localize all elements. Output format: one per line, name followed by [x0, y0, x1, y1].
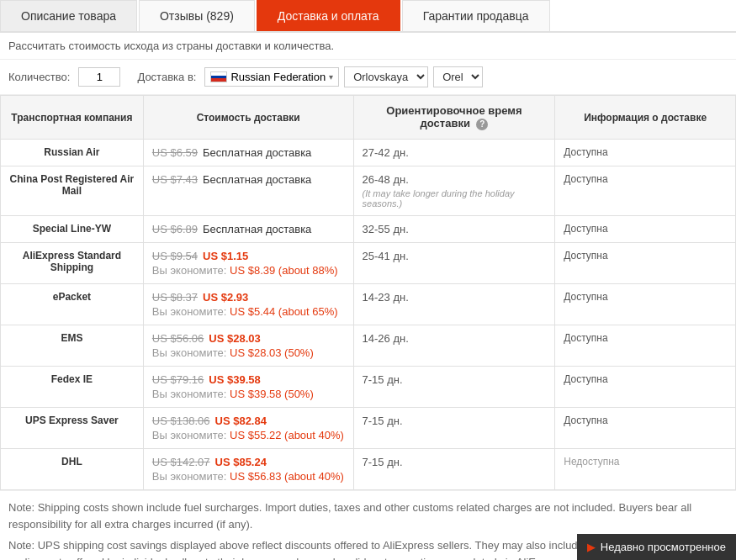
table-row: AliExpress Standard ShippingUS $9.54US $…	[1, 243, 736, 284]
carrier-time: 14-23 дн.	[353, 284, 555, 325]
main-container: Описание товара Отзывы (829) Доставка и …	[0, 0, 736, 560]
sale-price: US $1.15	[203, 250, 248, 262]
country-select[interactable]: Russian Federation ▾	[204, 67, 339, 87]
original-price: US $6.59	[152, 146, 198, 159]
savings-text: Вы экономите: US $5.44 (about 65%)	[152, 305, 345, 318]
carrier-availability: Доступна	[555, 408, 736, 449]
free-shipping-label: Бесплатная доставка	[203, 173, 311, 186]
savings-text: Вы экономите: US $55.22 (about 40%)	[152, 429, 345, 441]
savings-text: Вы экономите: US $39.58 (50%)	[152, 388, 345, 400]
shipping-table: Транспортная компания Стоимость доставки…	[0, 95, 736, 490]
country-name: Russian Federation	[230, 71, 326, 83]
savings-text: Вы экономите: US $28.03 (50%)	[152, 346, 345, 359]
carrier-name: AliExpress Standard Shipping	[1, 243, 144, 284]
carrier-name: Fedex IE	[1, 367, 144, 408]
original-price: US $79.16	[152, 373, 204, 386]
carrier-time: 7-15 дн.	[353, 408, 555, 449]
original-price: US $8.37	[152, 291, 198, 304]
carrier-name: Special Line-YW	[1, 216, 144, 243]
carrier-time: 7-15 дн.	[353, 449, 555, 490]
original-price: US $6.89	[152, 223, 198, 235]
original-price: US $138.06	[152, 415, 210, 427]
table-row: DHLUS $142.07US $85.24Вы экономите: US $…	[1, 449, 736, 490]
carrier-availability: Доступна	[555, 166, 736, 216]
carrier-cost: US $6.89Бесплатная доставка	[143, 216, 353, 243]
carrier-time: 25-41 дн.	[353, 243, 555, 284]
carrier-cost: US $138.06US $82.84Вы экономите: US $55.…	[143, 408, 353, 449]
original-price: US $56.06	[152, 332, 204, 345]
table-row: ePacketUS $8.37US $2.93Вы экономите: US …	[1, 284, 736, 325]
tab-delivery[interactable]: Доставка и оплата	[257, 0, 400, 31]
header-cost: Стоимость доставки	[143, 96, 353, 140]
recently-viewed-label: Недавно просмотренное	[601, 541, 726, 553]
quantity-label: Количество:	[8, 71, 70, 83]
table-row: Fedex IEUS $79.16US $39.58Вы экономите: …	[1, 367, 736, 408]
header-info: Информация о доставке	[555, 96, 736, 140]
carrier-cost: US $9.54US $1.15Вы экономите: US $8.39 (…	[143, 243, 353, 284]
rv-icon: ▶	[587, 541, 596, 553]
filter-row: Количество: Доставка в: Russian Federati…	[0, 60, 736, 95]
original-price: US $7.43	[152, 173, 198, 186]
sale-price: US $28.03	[209, 332, 260, 345]
carrier-cost: US $56.06US $28.03Вы экономите: US $28.0…	[143, 325, 353, 367]
delivery-label: Доставка в:	[137, 71, 196, 83]
carrier-availability: Доступна	[555, 284, 736, 325]
original-price: US $9.54	[152, 250, 198, 262]
region-select[interactable]: Orlovskaya	[344, 66, 428, 87]
free-shipping-label: Бесплатная доставка	[203, 223, 311, 235]
location-selects: Russian Federation ▾ Orlovskaya Orel	[204, 66, 483, 87]
country-arrow: ▾	[329, 72, 333, 82]
carrier-availability: Доступна	[555, 140, 736, 166]
table-row: UPS Express SaverUS $138.06US $82.84Вы э…	[1, 408, 736, 449]
carrier-availability: Доступна	[555, 216, 736, 243]
carrier-name: Russian Air	[1, 140, 144, 166]
savings-text: Вы экономите: US $8.39 (about 88%)	[152, 264, 345, 277]
recently-viewed-badge[interactable]: ▶ Недавно просмотренное	[577, 534, 736, 560]
carrier-cost: US $6.59Бесплатная доставка	[143, 140, 353, 166]
savings-text: Вы экономите: US $56.83 (about 40%)	[152, 470, 345, 483]
free-shipping-label: Бесплатная доставка	[203, 146, 311, 159]
calc-description: Рассчитать стоимость исхода из страны до…	[0, 33, 736, 60]
carrier-availability: Недоступна	[555, 449, 736, 490]
tab-description[interactable]: Описание товара	[0, 0, 137, 31]
tab-reviews[interactable]: Отзывы (829)	[139, 0, 255, 31]
russia-flag	[210, 71, 227, 82]
carrier-time: 27-42 дн.	[353, 140, 555, 166]
table-row: EMSUS $56.06US $28.03Вы экономите: US $2…	[1, 325, 736, 367]
carrier-availability: Доступна	[555, 367, 736, 408]
carrier-name: UPS Express Saver	[1, 408, 144, 449]
sale-price: US $85.24	[215, 456, 267, 468]
city-select[interactable]: Orel	[433, 66, 483, 87]
table-row: Special Line-YWUS $6.89Бесплатная достав…	[1, 216, 736, 243]
note-1: Note: Shipping costs shown include fuel …	[8, 499, 728, 532]
tab-bar: Описание товара Отзывы (829) Доставка и …	[0, 0, 736, 33]
carrier-name: China Post Registered Air Mail	[1, 166, 144, 216]
sale-price: US $39.58	[209, 373, 260, 386]
quantity-input[interactable]	[78, 67, 120, 87]
header-carrier: Транспортная компания	[1, 96, 144, 140]
tab-guarantees[interactable]: Гарантии продавца	[402, 0, 550, 31]
carrier-availability: Доступна	[555, 243, 736, 284]
carrier-cost: US $8.37US $2.93Вы экономите: US $5.44 (…	[143, 284, 353, 325]
table-row: Russian AirUS $6.59Бесплатная доставка27…	[1, 140, 736, 166]
header-time: Ориентировочное время доставки ?	[353, 96, 555, 140]
carrier-cost: US $142.07US $85.24Вы экономите: US $56.…	[143, 449, 353, 490]
sale-price: US $82.84	[215, 415, 267, 427]
carrier-name: ePacket	[1, 284, 144, 325]
carrier-time: 26-48 дн.(It may take longer during the …	[353, 166, 555, 216]
carrier-name: EMS	[1, 325, 144, 367]
sale-price: US $2.93	[203, 291, 248, 304]
carrier-cost: US $79.16US $39.58Вы экономите: US $39.5…	[143, 367, 353, 408]
carrier-cost: US $7.43Бесплатная доставка	[143, 166, 353, 216]
carrier-name: DHL	[1, 449, 144, 490]
time-help-icon[interactable]: ?	[476, 119, 488, 130]
carrier-time: 32-55 дн.	[353, 216, 555, 243]
carrier-availability: Доступна	[555, 325, 736, 367]
carrier-time: 14-26 дн.	[353, 325, 555, 367]
table-row: China Post Registered Air MailUS $7.43Бе…	[1, 166, 736, 216]
carrier-time: 7-15 дн.	[353, 367, 555, 408]
original-price: US $142.07	[152, 456, 210, 468]
